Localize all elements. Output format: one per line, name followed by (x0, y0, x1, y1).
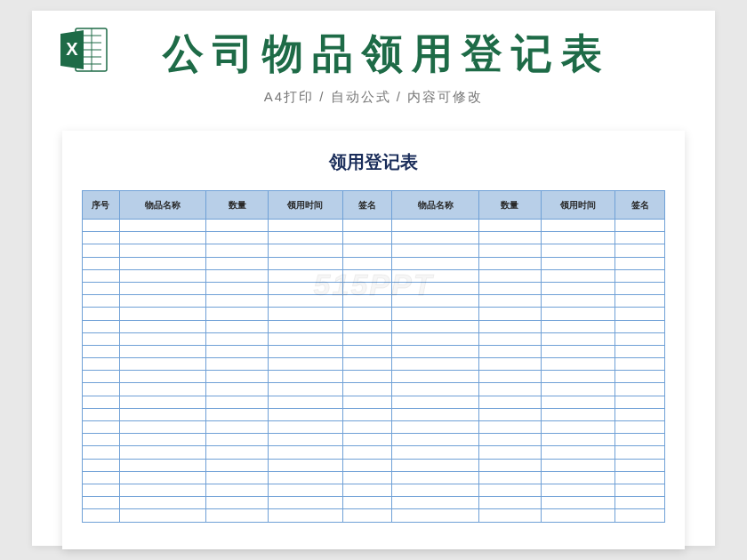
table-cell (119, 484, 206, 496)
table-cell (541, 484, 615, 496)
table-cell (615, 244, 665, 257)
table-cell (478, 345, 541, 357)
table-cell (615, 320, 665, 332)
table-row (83, 484, 665, 496)
table-cell (206, 269, 269, 282)
table-cell (206, 308, 269, 320)
table-cell (119, 408, 206, 420)
table-cell (478, 434, 541, 446)
table-cell (269, 244, 343, 257)
table-cell (478, 371, 541, 383)
table-cell (541, 396, 615, 408)
table-cell (392, 308, 479, 320)
table-row (83, 434, 665, 446)
table-cell (541, 383, 615, 396)
table-row (83, 383, 665, 396)
table-cell (269, 459, 343, 471)
table-cell (206, 358, 269, 371)
table-cell (478, 383, 541, 396)
table-cell (478, 232, 541, 244)
table-cell (83, 332, 120, 345)
table-cell (342, 358, 392, 371)
col-qty-2: 数量 (478, 191, 541, 220)
table-cell (342, 269, 392, 282)
table-cell (119, 269, 206, 282)
table-row (83, 421, 665, 434)
table-cell (83, 257, 120, 269)
table-cell (119, 295, 206, 308)
table-cell (342, 497, 392, 509)
table-cell (83, 220, 120, 232)
table-cell (269, 497, 343, 509)
table-row (83, 358, 665, 371)
table-cell (83, 459, 120, 471)
table-cell (392, 383, 479, 396)
table-cell (615, 345, 665, 357)
excel-icon: X (57, 23, 110, 76)
table-cell (478, 332, 541, 345)
table-row (83, 497, 665, 509)
table-cell (615, 282, 665, 294)
table-cell (119, 257, 206, 269)
table-cell (83, 244, 120, 257)
table-cell (83, 396, 120, 408)
table-row (83, 320, 665, 332)
table-cell (206, 421, 269, 434)
table-cell (615, 308, 665, 320)
table-cell (83, 358, 120, 371)
table-cell (541, 295, 615, 308)
table-cell (615, 446, 665, 459)
table-cell (206, 497, 269, 509)
table-cell (541, 371, 615, 383)
registration-table: 序号 物品名称 数量 领用时间 签名 物品名称 数量 领用时间 签名 (82, 190, 665, 523)
table-cell (83, 421, 120, 434)
table-cell (83, 471, 120, 484)
table-cell (119, 358, 206, 371)
table-cell (392, 358, 479, 371)
table-row (83, 345, 665, 357)
table-row (83, 332, 665, 345)
table-cell (615, 497, 665, 509)
table-cell (269, 396, 343, 408)
table-cell (342, 446, 392, 459)
table-cell (342, 434, 392, 446)
table-cell (269, 320, 343, 332)
table-cell (269, 220, 343, 232)
table-cell (478, 471, 541, 484)
table-cell (269, 471, 343, 484)
table-cell (615, 358, 665, 371)
table-cell (342, 484, 392, 496)
table-cell (83, 232, 120, 244)
page-subtitle: A4打印 / 自动公式 / 内容可修改 (68, 89, 679, 106)
table-cell (615, 421, 665, 434)
table-cell (83, 434, 120, 446)
table-cell (119, 320, 206, 332)
table-cell (478, 446, 541, 459)
table-cell (478, 244, 541, 257)
table-cell (392, 257, 479, 269)
table-cell (206, 282, 269, 294)
col-item-name: 物品名称 (119, 191, 206, 220)
table-cell (392, 320, 479, 332)
table-cell (269, 509, 343, 522)
table-row (83, 471, 665, 484)
table-cell (119, 383, 206, 396)
table-cell (615, 396, 665, 408)
table-cell (615, 257, 665, 269)
table-cell (269, 383, 343, 396)
table-cell (83, 269, 120, 282)
table-cell (392, 459, 479, 471)
table-cell (478, 220, 541, 232)
table-cell (206, 459, 269, 471)
table-cell (392, 282, 479, 294)
table-cell (615, 459, 665, 471)
table-cell (342, 220, 392, 232)
table-cell (392, 484, 479, 496)
table-row (83, 396, 665, 408)
table-cell (392, 509, 479, 522)
table-cell (83, 497, 120, 509)
table-cell (541, 358, 615, 371)
table-cell (206, 345, 269, 357)
table-row (83, 257, 665, 269)
table-cell (541, 308, 615, 320)
